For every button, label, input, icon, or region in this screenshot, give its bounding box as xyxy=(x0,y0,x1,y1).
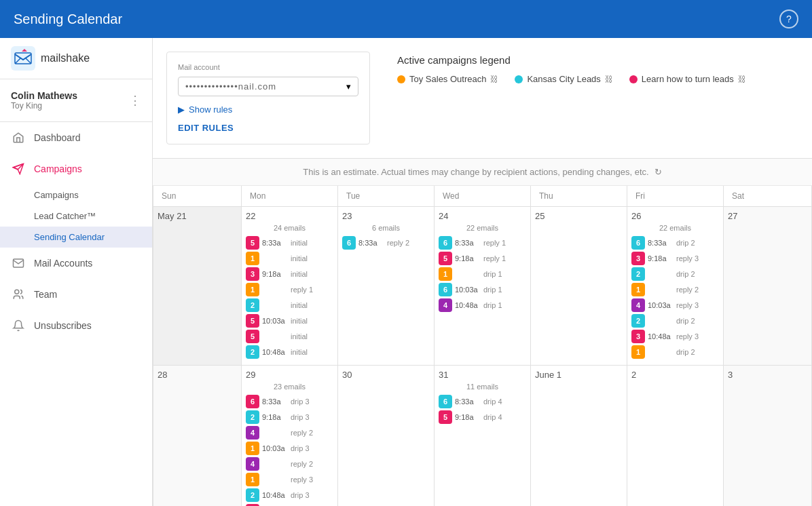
email-slot: 4reply 2 xyxy=(246,426,333,440)
team-icon xyxy=(11,287,26,302)
email-slot: 5initial xyxy=(246,330,333,343)
send-icon xyxy=(11,161,26,176)
sidebar-item-mail-accounts[interactable]: Mail Accounts xyxy=(0,248,152,279)
top-panel: Mail account ••••••••••••••nail.com ▾ ▶ … xyxy=(153,38,812,159)
legend-label-toy-sales: Toy Sales Outreach xyxy=(409,74,486,84)
badge: 2 xyxy=(631,314,645,328)
day-cell-may27: 27 xyxy=(724,207,812,366)
sidebar-sub-campaigns-label: Campaigns xyxy=(34,190,79,200)
badge: 5 xyxy=(439,410,452,424)
sidebar-item-campaigns-label: Campaigns xyxy=(34,163,82,174)
badge: 1 xyxy=(246,442,259,455)
email-slot: 610:03adrip 1 xyxy=(439,283,526,296)
day-number-may22: 22 xyxy=(246,211,333,221)
legend-dot-learn-leads xyxy=(629,75,638,83)
day-cell-may23: 23 6 emails 68:33areply 2 xyxy=(338,207,435,366)
day-cell-jun3: 3 xyxy=(724,366,812,506)
email-slot: 110:03adrip 3 xyxy=(246,442,333,455)
chevron-down-icon: ▾ xyxy=(346,81,351,92)
day-number-jun1: June 1 xyxy=(535,370,623,380)
sidebar-item-campaigns[interactable]: Campaigns xyxy=(0,153,152,184)
estimate-bar: This is an estimate. Actual times may ch… xyxy=(153,159,812,186)
page-title: Sending Calendar xyxy=(14,12,779,27)
email-slot: 1initial xyxy=(246,252,333,265)
badge: 1 xyxy=(246,283,259,296)
mail-account-select[interactable]: ••••••••••••••nail.com ▾ xyxy=(178,77,358,96)
email-slot: 2initial xyxy=(246,298,333,312)
sidebar-user-info: Colin Mathews Toy King xyxy=(11,90,77,111)
email-slot: 410:48adrip 1 xyxy=(439,298,526,312)
email-slot: 68:33adrip 2 xyxy=(631,236,719,250)
legend-dot-kansas-city xyxy=(515,75,523,83)
email-slot: 1reply 1 xyxy=(246,283,333,296)
sidebar-item-dashboard[interactable]: Dashboard xyxy=(0,122,152,153)
content-area: Mail account ••••••••••••••nail.com ▾ ▶ … xyxy=(153,38,812,506)
svg-point-3 xyxy=(15,290,19,294)
emails-count-may31: 11 emails xyxy=(439,383,526,391)
badge: 2 xyxy=(246,488,259,502)
day-number-may30: 30 xyxy=(342,370,430,380)
show-rules-toggle[interactable]: ▶ Show rules xyxy=(178,96,358,115)
estimate-text: This is an estimate. Actual times may ch… xyxy=(303,167,648,177)
calendar: Sun Mon Tue Wed Thu Fri Sat May 21 22 24… xyxy=(153,186,812,506)
day-number-may31: 31 xyxy=(439,370,526,380)
legend-items: Toy Sales Outreach ⛓ Kansas City Leads ⛓… xyxy=(397,74,746,84)
user-name: Colin Mathews xyxy=(11,90,77,101)
badge: 3 xyxy=(631,330,645,343)
badge: 2 xyxy=(246,298,259,312)
day-cell-may31: 31 11 emails 68:33adrip 4 59:18adrip 4 xyxy=(435,366,531,506)
edit-rules-button[interactable]: EDIT RULES xyxy=(178,123,234,133)
sidebar-sub-lead-catcher[interactable]: Lead Catcher™ xyxy=(0,206,152,227)
email-slot: 210:48ainitial xyxy=(246,345,333,359)
help-button[interactable]: ? xyxy=(779,9,798,28)
link-icon-learn-leads: ⛓ xyxy=(738,75,746,84)
sidebar-sub-sending-calendar[interactable]: Sending Calendar xyxy=(0,227,152,248)
legend-label-kansas-city: Kansas City Leads xyxy=(527,74,600,84)
day-cell-jun1: June 1 xyxy=(531,366,627,506)
sidebar-item-dashboard-label: Dashboard xyxy=(34,132,81,143)
day-number-may23: 23 xyxy=(342,211,430,221)
badge: 4 xyxy=(246,426,259,440)
badge: 1 xyxy=(631,283,645,296)
mail-account-value: ••••••••••••••nail.com xyxy=(185,81,276,92)
refresh-icon[interactable]: ↻ xyxy=(654,167,662,177)
day-number-jun2: 2 xyxy=(631,370,719,380)
email-slot: 68:33areply 1 xyxy=(439,236,526,250)
badge: 1 xyxy=(246,252,259,265)
sidebar: mailshake Colin Mathews Toy King ⋮ Dashb… xyxy=(0,38,153,506)
calendar-grid: Sun Mon Tue Wed Thu Fri Sat May 21 22 24… xyxy=(153,186,812,506)
email-slot: 310:48areply 3 xyxy=(631,330,719,343)
badge: 6 xyxy=(246,395,259,408)
email-slot: 39:18ainitial xyxy=(246,267,333,281)
email-slot: 59:18areply 1 xyxy=(439,252,526,265)
sidebar-item-team[interactable]: Team xyxy=(0,279,152,310)
badge: 6 xyxy=(439,395,452,408)
sidebar-item-unsubscribes[interactable]: Unsubscribes xyxy=(0,310,152,341)
legend-label-learn-leads: Learn how to turn leads xyxy=(642,74,734,84)
emails-count-may29: 23 emails xyxy=(246,383,333,391)
email-slot: 68:33adrip 4 xyxy=(439,395,526,408)
legend-box: Active campaigns legend Toy Sales Outrea… xyxy=(397,52,746,144)
email-slot: 510:03ainitial xyxy=(246,314,333,328)
day-cell-may30: 30 xyxy=(338,366,435,506)
badge: 1 xyxy=(631,345,645,359)
user-subtitle: Toy King xyxy=(11,101,77,111)
sidebar-item-team-label: Team xyxy=(34,289,57,300)
day-header-tue: Tue xyxy=(338,186,435,207)
email-slot: 410:03areply 3 xyxy=(631,298,719,312)
day-header-sat: Sat xyxy=(724,186,812,207)
user-menu-button[interactable]: ⋮ xyxy=(129,94,141,106)
day-cell-may28: 28 xyxy=(153,366,242,506)
sidebar-sub-campaigns[interactable]: Campaigns xyxy=(0,184,152,206)
day-cell-may29: 29 23 emails 68:33adrip 3 29:18adrip 3 4… xyxy=(242,366,338,506)
badge: 2 xyxy=(246,410,259,424)
badge: 1 xyxy=(439,267,452,281)
logo-text: mailshake xyxy=(41,52,90,64)
mail-icon xyxy=(11,256,26,271)
email-slot: 2drip 2 xyxy=(631,314,719,328)
emails-count-may22: 24 emails xyxy=(246,224,333,232)
badge: 5 xyxy=(246,236,259,250)
badge: 3 xyxy=(631,252,645,265)
badge: 6 xyxy=(439,236,452,250)
email-slot: 210:48adrip 3 xyxy=(246,488,333,502)
